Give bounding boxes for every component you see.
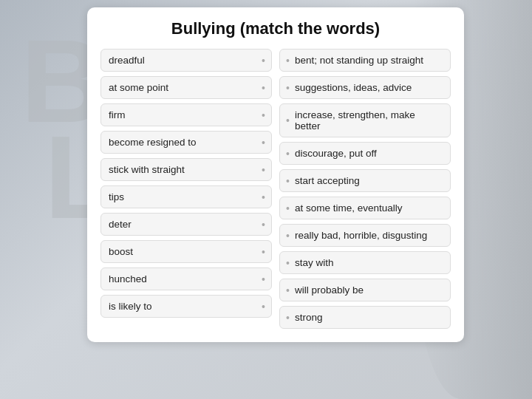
- left-word-item[interactable]: is likely to: [100, 295, 272, 318]
- card-title: Bullying (match the words): [100, 19, 451, 38]
- right-word-item[interactable]: discourage, put off: [279, 142, 451, 165]
- left-word-item[interactable]: tips: [100, 185, 272, 208]
- left-word-item[interactable]: at some point: [100, 76, 272, 99]
- right-word-item[interactable]: increase, strengthen, make better: [279, 103, 451, 137]
- right-column: bent; not standing up straightsuggestion…: [279, 49, 451, 329]
- left-word-item[interactable]: become resigned to: [100, 131, 272, 154]
- left-word-item[interactable]: boost: [100, 240, 272, 263]
- right-word-item[interactable]: stay with: [279, 251, 451, 274]
- right-word-item[interactable]: will probably be: [279, 279, 451, 301]
- right-word-item[interactable]: start accepting: [279, 169, 451, 192]
- left-word-item[interactable]: deter: [100, 213, 272, 236]
- right-word-item[interactable]: strong: [279, 306, 451, 329]
- left-word-item[interactable]: firm: [100, 103, 272, 126]
- left-word-item[interactable]: hunched: [100, 267, 272, 290]
- matching-card: Bullying (match the words) dreadfulat so…: [87, 7, 464, 342]
- right-word-item[interactable]: really bad, horrible, disgusting: [279, 224, 451, 247]
- right-word-item[interactable]: bent; not standing up straight: [279, 49, 451, 72]
- left-word-item[interactable]: stick with straight: [100, 158, 272, 181]
- right-word-item[interactable]: suggestions, ideas, advice: [279, 76, 451, 99]
- left-word-item[interactable]: dreadful: [100, 49, 272, 72]
- left-column: dreadfulat some pointfirmbecome resigned…: [100, 49, 272, 329]
- right-word-item[interactable]: at some time, eventually: [279, 197, 451, 219]
- columns: dreadfulat some pointfirmbecome resigned…: [100, 49, 451, 329]
